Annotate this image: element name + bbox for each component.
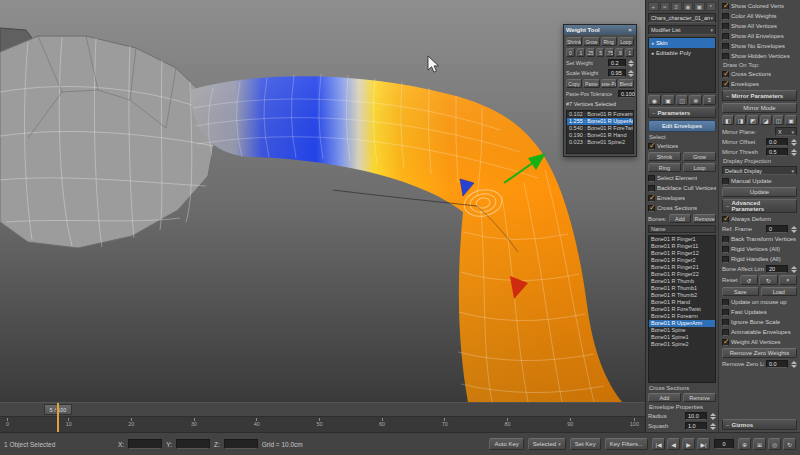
save-envelopes-button[interactable]: Save: [722, 287, 759, 296]
weight-tool-titlebar[interactable]: Weight Tool ×: [564, 25, 636, 35]
weight-list-item[interactable]: 0.102 : Bone01 R Forearm: [567, 111, 633, 118]
current-frame-field[interactable]: 0: [714, 439, 734, 449]
bone-list-item[interactable]: Bone01 Spine1: [649, 334, 715, 341]
advanced-option-row[interactable]: Back Transform Vertices: [722, 235, 797, 243]
checkbox[interactable]: [648, 175, 655, 182]
spin-down-icon[interactable]: [791, 365, 797, 368]
weight-tool-select-button[interactable]: Loop: [618, 37, 634, 46]
mirror-paste-button[interactable]: ◧: [722, 115, 734, 125]
viewport-nav-button[interactable]: ◎: [768, 438, 781, 450]
checkbox[interactable]: [648, 185, 655, 192]
bone-list-item[interactable]: Bone01 R Finger21: [649, 264, 715, 271]
bone-list-item[interactable]: Bone01 R Finger1: [649, 236, 715, 243]
weight-preset-button[interactable]: .25: [586, 48, 595, 57]
viewport-nav-button[interactable]: ⊕: [738, 438, 751, 450]
stack-tool-button[interactable]: ≡: [703, 95, 716, 105]
weight-clipboard-button[interactable]: Blend: [618, 79, 634, 88]
set-weight-field[interactable]: 0.2: [608, 59, 626, 67]
mirror-mode-button[interactable]: Mirror Mode: [722, 103, 797, 113]
bone-list-item[interactable]: Bone01 R Finger22: [649, 271, 715, 278]
object-name-dropdown[interactable]: Chars_character_01_arms ▾: [648, 13, 716, 23]
checkbox[interactable]: [722, 13, 729, 20]
vertex-select-button[interactable]: Ring: [648, 163, 681, 172]
time-slider-track[interactable]: 5 / 100: [0, 403, 645, 417]
draw-on-top-option-row[interactable]: Cross Sections: [722, 70, 797, 78]
advanced-option-row[interactable]: Weight All Vertices: [722, 338, 797, 346]
draw-on-top-option-row[interactable]: Envelopes: [722, 80, 797, 88]
mirror-plane-dropdown[interactable]: X ▾: [775, 127, 797, 136]
remove-zero-limit-field[interactable]: 0.0: [766, 360, 788, 368]
bone-list-item[interactable]: Bone01 Spine: [649, 327, 715, 334]
vertices-checkbox-row[interactable]: Vertices: [648, 142, 716, 150]
checkbox[interactable]: [722, 299, 729, 306]
spin-down-icon[interactable]: [710, 427, 716, 430]
vertex-select-button[interactable]: Shrink: [648, 152, 681, 161]
bone-list-item[interactable]: Bone01 R Finger12: [649, 250, 715, 257]
checkbox[interactable]: [722, 236, 729, 243]
vertex-select-button[interactable]: Grow: [683, 152, 716, 161]
checkbox[interactable]: [722, 339, 729, 346]
selected-mode-dropdown[interactable]: Selected ▾: [528, 438, 566, 450]
checkbox[interactable]: [722, 246, 729, 253]
mirror-paste-button[interactable]: ▣: [785, 115, 797, 125]
display-option-row[interactable]: Show Colored Verts: [722, 2, 797, 10]
squash-spinner[interactable]: [710, 423, 716, 430]
spin-down-icon[interactable]: [791, 230, 797, 233]
display-option-row[interactable]: Show All Envelopes: [722, 32, 797, 40]
weight-preset-button[interactable]: .5: [596, 48, 605, 57]
stack-tool-button[interactable]: ◉: [648, 95, 661, 105]
mirror-offset-spinner[interactable]: [791, 139, 797, 146]
spin-up-icon[interactable]: [791, 266, 797, 269]
reset-button[interactable]: ×: [779, 275, 797, 285]
checkbox[interactable]: [722, 3, 729, 10]
advanced-option-row[interactable]: Rigid Vertices (All): [722, 245, 797, 253]
bone-affect-limit-spinner[interactable]: [791, 266, 797, 273]
modifier-stack-item[interactable]: ● Skin: [649, 38, 715, 48]
weight-tool-select-button[interactable]: Ring: [601, 37, 617, 46]
stack-tool-button[interactable]: ⊗: [689, 95, 702, 105]
checkbox[interactable]: [722, 319, 729, 326]
bone-list-item[interactable]: Bone01 R Thumb1: [649, 285, 715, 292]
checkbox[interactable]: [722, 23, 729, 30]
command-panel-tab[interactable]: *: [706, 2, 717, 11]
spin-up-icon[interactable]: [791, 226, 797, 229]
spin-up-icon[interactable]: [710, 423, 716, 426]
track-bar[interactable]: 0 10 20 30: [0, 417, 645, 433]
command-panel-tab[interactable]: ≡: [671, 2, 682, 11]
squash-field[interactable]: 1.0: [685, 422, 707, 430]
remove-bone-button[interactable]: Remove: [693, 214, 716, 223]
playback-button[interactable]: ◀: [667, 438, 680, 450]
viewport-nav-button[interactable]: ⊞: [753, 438, 766, 450]
spin-down-icon[interactable]: [791, 153, 797, 156]
time-cursor[interactable]: [57, 403, 59, 433]
load-envelopes-button[interactable]: Load: [761, 287, 798, 296]
checkbox[interactable]: [722, 309, 729, 316]
display-option-row[interactable]: Show All Vertices: [722, 22, 797, 30]
command-panel-tab[interactable]: ◉: [683, 2, 694, 11]
bone-list-item[interactable]: Bone01 R Finger2: [649, 257, 715, 264]
weight-preset-button[interactable]: 0: [566, 48, 575, 57]
display-option-row[interactable]: Show No Envelopes: [722, 42, 797, 50]
command-panel-tab[interactable]: +: [648, 2, 659, 11]
checkbox[interactable]: [648, 205, 655, 212]
weight-preset-button[interactable]: 1: [625, 48, 634, 57]
spin-up-icon[interactable]: [628, 70, 634, 73]
viewport[interactable]: Weight Tool × ShrinkGrowRingLoop 0.1.25.…: [0, 0, 645, 402]
bones-name-header[interactable]: Name: [648, 225, 716, 233]
weight-clipboard-button[interactable]: Paste-Pos: [601, 79, 617, 88]
weight-clipboard-button[interactable]: Copy: [566, 79, 582, 88]
mirror-paste-button[interactable]: ◫: [773, 115, 785, 125]
scale-weight-field[interactable]: 0.95: [608, 69, 626, 77]
vertices-checkbox[interactable]: [648, 143, 655, 150]
checkbox[interactable]: [722, 43, 729, 50]
advanced-parameters-rollout-header[interactable]: − Advanced Parameters: [722, 199, 797, 213]
weight-tool-select-button[interactable]: Shrink: [566, 37, 582, 46]
ref-frame-field[interactable]: 0: [766, 225, 788, 233]
spin-up-icon[interactable]: [710, 413, 716, 416]
key-filters-button[interactable]: Key Filters...: [605, 438, 648, 450]
spin-down-icon[interactable]: [710, 417, 716, 420]
checkbox[interactable]: [722, 53, 729, 60]
checkbox[interactable]: [722, 81, 729, 88]
playback-button[interactable]: ▶|: [697, 438, 710, 450]
display-option-row[interactable]: Show Hidden Vertices: [722, 52, 797, 60]
